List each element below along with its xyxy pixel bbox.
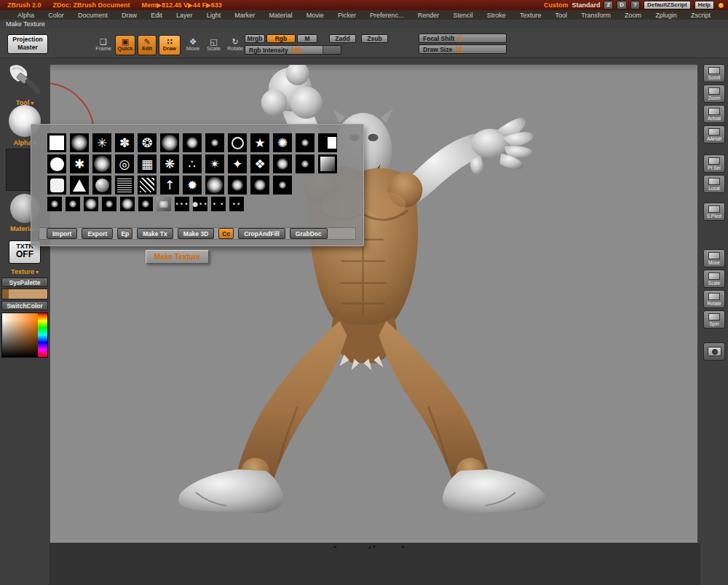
menu-document[interactable]: Document (78, 12, 108, 19)
menu-tool[interactable]: Tool (555, 12, 568, 19)
current-color-swatch[interactable] (1, 288, 48, 299)
color-picker-hue-strip[interactable] (38, 313, 47, 357)
menu-movie[interactable]: Movie (306, 12, 324, 19)
menu-texture[interactable]: Texture (520, 12, 542, 19)
menu-draw[interactable]: Draw (122, 12, 137, 19)
alpha-thumb-solid-square[interactable] (47, 133, 66, 152)
alpha-thumb-shaded-sphere[interactable] (92, 176, 111, 195)
menu-picker[interactable]: Picker (338, 12, 356, 19)
alpha-thumb-rounded-square[interactable] (47, 176, 66, 195)
scroll-right-arrow-icon[interactable]: ▸ (402, 543, 405, 550)
alpha-thumb-soft-gradient-dot-3[interactable] (250, 176, 269, 195)
set-pivot-button[interactable]: S.Pivot (703, 203, 725, 221)
alpha-export-button[interactable]: Export (82, 228, 113, 239)
alpha-thumb-star[interactable] (250, 133, 269, 152)
rotate-3d-button[interactable]: Rotate (703, 290, 725, 308)
spin-button[interactable]: Spin (703, 310, 725, 329)
focal-shift-slider[interactable]: Focal Shift 0 (419, 34, 507, 43)
alpha-thumb-dot-cluster[interactable] (183, 154, 202, 173)
alpha-thumb-soft-blob[interactable] (92, 154, 111, 173)
alpha-thumb-noise-coarse[interactable] (138, 176, 157, 195)
menu-material[interactable]: Material (269, 12, 293, 19)
z-button[interactable]: Z (604, 1, 613, 9)
scale-3d-button[interactable]: Scale (703, 270, 725, 288)
alpha-thumb-woven-grid[interactable] (138, 154, 157, 173)
edit-button[interactable]: ✎ Edit (138, 35, 157, 55)
alpha-thumb-dot-diamond[interactable] (250, 154, 269, 173)
zadd-button[interactable]: Zadd (329, 34, 356, 43)
alpha-thumb-tiny-dot-5[interactable] (120, 197, 135, 211)
scale-button[interactable]: ◱ Scale (205, 35, 223, 55)
move-3d-button[interactable]: Move (703, 249, 725, 267)
alpha-import-button[interactable]: Import (47, 228, 77, 239)
alpha-thumb-fuzzy-burst[interactable] (92, 133, 111, 152)
default-zscript-button[interactable]: DefaultZScript (644, 1, 691, 9)
alpha-thumb-sun-burst[interactable] (183, 176, 202, 195)
menu-preferences[interactable]: Preferenc... (370, 12, 404, 19)
quick-button[interactable]: ▣ Quick (115, 35, 135, 55)
alpha-thumb-fuzzy-dot[interactable] (273, 154, 292, 173)
current-tool-brush-icon[interactable] (6, 63, 44, 98)
alpha-thumb-dot-ring[interactable] (115, 133, 134, 152)
alpha-thumb-swirl-ring[interactable] (138, 133, 157, 152)
projection-master-button[interactable]: Projection Master (7, 34, 48, 54)
alpha-thumb-concentric-rings[interactable] (115, 154, 134, 173)
menu-zoom[interactable]: Zoom (625, 12, 641, 19)
alpha-ep-button[interactable]: Ep (117, 228, 132, 239)
menu-zplugin[interactable]: Zplugin (655, 12, 677, 19)
menu-stencil[interactable]: Stencil (454, 12, 473, 19)
alpha-thumb-soft-dot[interactable] (70, 133, 89, 152)
menu-color[interactable]: Color (48, 12, 64, 19)
custom-ui-label[interactable]: Custom (544, 1, 569, 9)
alpha-thumb-thin-ring[interactable] (228, 133, 247, 152)
rgb-button[interactable]: Rgb (266, 34, 296, 43)
alpha-thumb-zbrush-logo[interactable] (157, 197, 171, 211)
texture-palette-label[interactable]: Texture (0, 268, 50, 275)
alpha-thumb-medium-dot[interactable] (183, 133, 202, 152)
alpha-thumb-tiny-dot-2[interactable] (66, 197, 80, 211)
alpha-thumb-snowflake-burst[interactable] (273, 133, 292, 152)
alpha-thumb-tiny-dot-4[interactable] (102, 197, 116, 211)
rotate-button[interactable]: ↻ Rotate (225, 35, 245, 55)
alpha-grab-doc-button[interactable]: GrabDoc (290, 228, 328, 239)
alpha-thumb-dot-fade[interactable] (193, 197, 207, 211)
color-picker[interactable] (1, 313, 48, 358)
draw-size-slider[interactable]: Draw Size 34 (419, 44, 507, 54)
alpha-thumb-soft-circle[interactable] (160, 133, 179, 152)
menu-transform[interactable]: Transform (581, 12, 611, 19)
alpha-thumb-soft-gradient-dot-2[interactable] (228, 176, 247, 195)
alpha-thumb-sparkle[interactable] (228, 154, 247, 173)
m-button[interactable]: M (297, 34, 317, 43)
alpha-thumb-tiny-dot-6[interactable] (138, 197, 153, 211)
snapshot-button[interactable] (703, 342, 725, 361)
alpha-thumb-half-square[interactable] (318, 133, 337, 152)
alpha-thumb-dot-row[interactable] (175, 197, 189, 211)
menu-alpha[interactable]: Alpha (17, 12, 34, 19)
zsub-button[interactable]: Zsub (361, 34, 388, 43)
draw-button[interactable]: ∷ Draw (159, 35, 181, 55)
syspalette-button[interactable]: SysPalette (1, 278, 48, 287)
alpha-thumb-soft-gradient-dot-4[interactable] (273, 176, 292, 195)
menu-light[interactable]: Light (207, 12, 221, 19)
aahalf-button[interactable]: AAHalf (703, 125, 725, 144)
alpha-cc-button[interactable]: Cc (218, 228, 234, 239)
menu-stroke[interactable]: Stroke (487, 12, 506, 19)
help-button[interactable]: Help (695, 1, 714, 9)
alpha-thumb-solid-circle[interactable] (47, 154, 66, 173)
alpha-thumb-small-dot[interactable] (205, 133, 224, 152)
alpha-thumb-pine-tree[interactable] (70, 176, 89, 195)
actual-size-button[interactable]: Actual (703, 105, 725, 123)
alpha-thumb-dot-pair[interactable] (229, 197, 244, 211)
d-button[interactable]: D (617, 1, 627, 9)
move-button[interactable]: ✥ Move (183, 35, 202, 55)
menu-zscript[interactable]: Zscript (691, 12, 711, 19)
switchcolor-button[interactable]: SwitchColor (1, 301, 48, 310)
question-button[interactable]: ? (630, 1, 640, 9)
alpha-make-tx-button[interactable]: Make Tx (137, 228, 173, 239)
rgb-intensity-slider[interactable]: Rgb Intensity 100 (245, 45, 341, 55)
menu-layer[interactable]: Layer (176, 12, 193, 19)
alpha-crop-and-fill-button[interactable]: CropAndFill (238, 228, 285, 239)
frame-button[interactable]: ❑ Frame (93, 35, 114, 55)
alpha-thumb-soft-gradient-dot-1[interactable] (205, 176, 224, 195)
point-select-button[interactable]: Pt Sel (703, 154, 725, 173)
